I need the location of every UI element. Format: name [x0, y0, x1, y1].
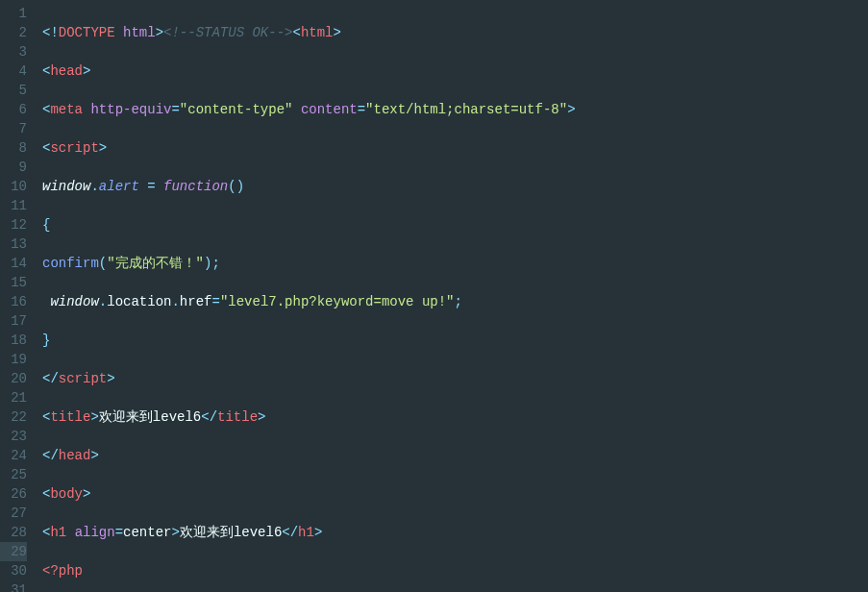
code-line[interactable]: <head> — [42, 62, 868, 81]
line-number: 31 — [0, 580, 27, 592]
code-line[interactable]: } — [42, 331, 868, 350]
code-line[interactable]: </script> — [42, 369, 868, 388]
line-number: 6 — [0, 100, 27, 119]
line-number: 13 — [0, 234, 27, 254]
code-line[interactable]: <meta http-equiv="content-type" content=… — [42, 100, 868, 119]
code-line[interactable]: <h1 align=center>欢迎来到level6</h1> — [42, 523, 868, 542]
code-line[interactable]: window.location.href="level7.php?keyword… — [42, 292, 868, 311]
line-number: 8 — [0, 138, 27, 158]
code-line[interactable]: <title>欢迎来到level6</title> — [42, 407, 868, 427]
line-number: 7 — [0, 119, 27, 138]
line-number: 28 — [0, 523, 27, 542]
line-number: 25 — [0, 465, 27, 484]
line-number: 22 — [0, 407, 27, 427]
line-number: 20 — [0, 369, 27, 388]
code-line[interactable]: <script> — [42, 138, 868, 158]
line-number: 12 — [0, 215, 27, 234]
code-line[interactable]: confirm("完成的不错！"); — [42, 254, 868, 273]
line-number: 27 — [0, 504, 27, 523]
line-number: 17 — [0, 311, 27, 331]
code-line[interactable]: <!DOCTYPE html><!--STATUS OK--><html> — [42, 23, 868, 42]
code-editor: 1234567891011121314151617181920212223242… — [0, 0, 868, 592]
line-number: 29 — [0, 542, 27, 561]
line-number: 21 — [0, 388, 27, 407]
line-number: 18 — [0, 331, 27, 350]
line-number: 9 — [0, 158, 27, 177]
code-line[interactable]: </head> — [42, 446, 868, 465]
line-number: 3 — [0, 42, 27, 62]
line-number: 24 — [0, 446, 27, 465]
code-line[interactable]: <?php — [42, 561, 868, 580]
line-number: 14 — [0, 254, 27, 273]
line-number: 4 — [0, 62, 27, 81]
line-number: 1 — [0, 4, 27, 23]
line-number-gutter: 1234567891011121314151617181920212223242… — [0, 0, 37, 592]
line-number: 30 — [0, 561, 27, 580]
line-number: 16 — [0, 292, 27, 311]
code-line[interactable]: <body> — [42, 484, 868, 504]
line-number: 11 — [0, 196, 27, 215]
line-number: 19 — [0, 350, 27, 369]
line-number: 15 — [0, 273, 27, 292]
line-number: 23 — [0, 427, 27, 446]
code-area[interactable]: <!DOCTYPE html><!--STATUS OK--><html> <h… — [37, 0, 868, 592]
line-number: 26 — [0, 484, 27, 504]
code-line[interactable]: window.alert = function() — [42, 177, 868, 196]
line-number: 5 — [0, 81, 27, 100]
line-number: 2 — [0, 23, 27, 42]
line-number: 10 — [0, 177, 27, 196]
code-line[interactable]: { — [42, 215, 868, 234]
